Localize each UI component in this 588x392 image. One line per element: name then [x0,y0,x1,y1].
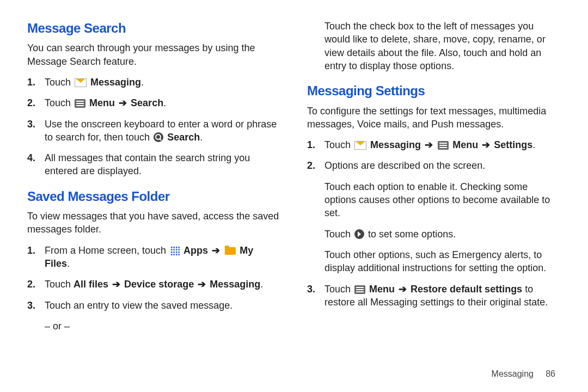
text: Touch [324,284,353,295]
period: . [532,139,535,150]
arrow-icon: ➔ [198,279,206,290]
or-divider: – or – [27,320,281,333]
text: Touch an entry to view the saved message… [45,300,232,311]
text: Touch each option to enable it. Checking… [324,181,550,219]
text: to set some options. [368,229,456,240]
arrow-icon: ➔ [399,284,407,295]
arrow-icon: ➔ [482,139,490,150]
circle-arrow-icon [354,229,364,239]
arrow-icon: ➔ [425,139,433,150]
menu-icon [75,99,85,108]
allfiles-label: All files [74,279,108,290]
messaging-label: Messaging [370,139,421,150]
intro-message-search: You can search through your messages by … [27,41,281,68]
text: Touch [324,139,353,150]
footer-page-number: 86 [546,369,555,378]
search-icon [154,132,163,142]
text: Touch [45,97,74,108]
step-2-menu-search: Touch Menu ➔ Search. [27,96,281,109]
envelope-icon [354,141,366,150]
step-2-enable-options: Touch each option to enable it. Checking… [307,180,561,220]
restore-defaults-label: Restore default settings [411,284,522,295]
steps-saved-messages: From a Home screen, touch Apps ➔ My File… [27,244,281,312]
saved-continuation: Touch the check box to the left of messa… [307,20,561,72]
text: All messages that contain the search str… [45,152,250,176]
heading-message-search: Message Search [27,20,281,37]
messaging-label: Messaging [90,77,141,88]
menu-icon [438,141,449,150]
step-2-storage-path: Touch All files ➔ Device storage ➔ Messa… [27,278,281,291]
heading-messaging-settings: Messaging Settings [307,82,561,100]
folder-icon [225,247,236,255]
intro-saved-messages: To view messages that you have saved, ac… [27,210,281,236]
apps-label: Apps [183,245,208,256]
step-4-results: All messages that contain the search str… [27,151,281,178]
heading-saved-messages: Saved Messages Folder [27,188,281,205]
period: . [163,97,166,108]
arrow-icon: ➔ [119,97,127,108]
menu-icon [354,285,365,294]
step-1-apps-myfiles: From a Home screen, touch Apps ➔ My File… [27,244,281,271]
footer-chapter: Messaging [492,369,534,378]
text: Options are described on the screen. [324,160,485,171]
text: Touch [45,279,74,290]
text: Touch [45,77,74,88]
manual-page: Message Search You can search through yo… [0,0,588,346]
page-footer: Messaging 86 [492,368,555,380]
apps-icon [170,246,180,255]
text: Touch other options, such as Emergency a… [324,249,546,273]
search-label: Search [131,97,163,108]
search-label: Search [167,132,200,143]
menu-label: Menu [452,139,478,150]
step-3-restore-defaults: Touch Menu ➔ Restore default settings to… [307,283,561,309]
arrow-icon: ➔ [212,245,220,256]
steps-messaging-settings: Touch Messaging ➔ Menu ➔ Settings. Optio… [307,138,561,309]
step-1-open-settings: Touch Messaging ➔ Menu ➔ Settings. [307,138,561,151]
text: Touch [324,229,353,240]
step-2-options-described: Options are described on the screen. [307,159,561,172]
arrow-icon: ➔ [112,279,120,290]
step-3-enter-phrase: Use the onscreen keyboard to enter a wor… [27,118,281,144]
step-1-touch-messaging: Touch Messaging. [27,76,281,89]
left-column: Message Search You can search through yo… [27,20,281,340]
steps-message-search: Touch Messaging. Touch Menu ➔ Search. Us… [27,76,281,178]
period: . [67,258,70,269]
messaging-label: Messaging [210,279,260,290]
right-column: Touch the check box to the left of messa… [307,20,561,340]
period: . [260,279,263,290]
envelope-icon [75,78,87,87]
period: . [200,132,203,143]
intro-messaging-settings: To configure the settings for text messa… [307,105,561,131]
text: From a Home screen, touch [45,245,169,256]
menu-label: Menu [369,284,395,295]
step-2-other-options: Touch other options, such as Emergency a… [307,248,561,275]
step-2-touch-arrow: Touch to set some options. [307,228,561,241]
device-storage-label: Device storage [124,279,194,290]
step-3-view-entry: Touch an entry to view the saved message… [27,299,281,312]
settings-label: Settings [494,139,532,150]
menu-label: Menu [89,97,115,108]
period: . [141,77,144,88]
